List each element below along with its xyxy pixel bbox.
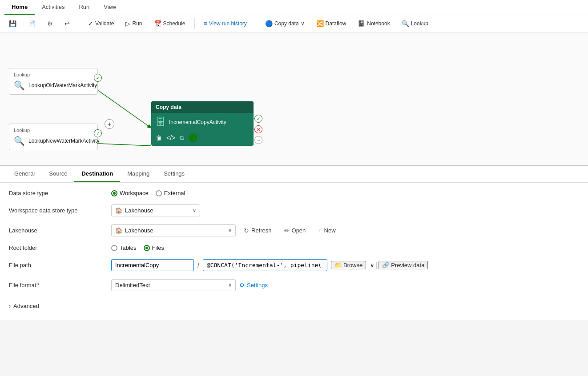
fileformat-label: File format* xyxy=(9,282,107,288)
run-button[interactable]: ▷ Run xyxy=(121,18,146,29)
run-icon: ▷ xyxy=(125,20,130,27)
tables-radio-label: Tables xyxy=(120,244,137,251)
external-radio[interactable]: External xyxy=(156,190,185,196)
browse-chevron[interactable]: ∨ xyxy=(370,262,375,268)
copy-node-error-x: ✕ xyxy=(254,125,262,133)
lookup-icon: 🔍 xyxy=(402,20,409,27)
copy-node-code-icon[interactable]: </> xyxy=(166,134,175,141)
workspacedatastoretype-dropdown[interactable]: 🏠 Lakehouse ∨ xyxy=(111,204,200,216)
undo-icon: ↩ xyxy=(64,20,70,27)
lookup-node-1[interactable]: Lookup 🔍 LookupOldWaterMarkActivity ✓ xyxy=(9,68,98,95)
dataflow-button[interactable]: 🔀 Dataflow xyxy=(312,18,351,29)
copydata-icon: 🔵 xyxy=(265,20,273,27)
lookup-button[interactable]: 🔍 Lookup xyxy=(397,18,433,29)
copy-node-actions: 🗑 </> ⧉ → xyxy=(151,132,254,146)
copydata-chevron: ∨ xyxy=(301,20,305,27)
saveas-icon: 📄 xyxy=(28,20,36,27)
copydata-button[interactable]: 🔵 Copy data ∨ xyxy=(261,18,309,29)
copy-node-copy-icon[interactable]: ⧉ xyxy=(180,134,184,142)
toolbar: 💾 📄 ⚙ ↩ ✓ Validate ▷ Run 📅 Schedule ≡ Vi… xyxy=(0,15,588,32)
copy-node-title: Copy data xyxy=(151,101,254,113)
copy-node-body: 🗄 IncrementalCopyActivity xyxy=(151,113,254,132)
browse-separator xyxy=(368,262,368,269)
saveas-button[interactable]: 📄 xyxy=(24,18,40,29)
open-button[interactable]: ✏ Open xyxy=(280,225,310,236)
pipeline-canvas[interactable]: Lookup 🔍 LookupOldWaterMarkActivity ✓ + … xyxy=(0,32,588,166)
preview-data-button[interactable]: 🔗 Preview data xyxy=(379,261,428,269)
filepath-slash: / xyxy=(197,262,199,269)
copy-node-label: IncrementalCopyActivity xyxy=(169,119,226,125)
schedule-button[interactable]: 📅 Schedule xyxy=(149,18,190,29)
add-activity-button[interactable]: + xyxy=(105,119,114,129)
undo-button[interactable]: ↩ xyxy=(60,18,74,29)
filepath-folder-input[interactable] xyxy=(111,259,194,271)
rootfolder-label: Root folder xyxy=(9,244,107,251)
nav-home[interactable]: Home xyxy=(4,0,35,15)
save-button[interactable]: 💾 xyxy=(4,18,21,29)
copy-node-go-icon[interactable]: → xyxy=(189,133,197,142)
nav-run[interactable]: Run xyxy=(72,0,97,15)
fileformat-content: DelimitedText ∨ ⚙ Settings xyxy=(111,279,579,291)
files-radio[interactable]: Files xyxy=(144,244,164,251)
schedule-icon: 📅 xyxy=(154,20,161,27)
refresh-button[interactable]: ↻ Refresh xyxy=(239,225,276,236)
lookup-node-2-label: LookupNewWaterMarkActivity xyxy=(28,138,100,144)
tables-radio[interactable]: Tables xyxy=(111,244,137,251)
browse-button[interactable]: 📁 Browse xyxy=(331,261,366,269)
external-radio-label: External xyxy=(164,190,185,196)
fileformat-required: * xyxy=(37,282,39,288)
lakehouse-content: 🏠 Lakehouse ∨ ↻ Refresh ✏ Open + New xyxy=(111,224,579,236)
fileformat-settings-button[interactable]: ⚙ Settings xyxy=(239,282,268,288)
external-radio-circle xyxy=(156,190,162,196)
tab-source[interactable]: Source xyxy=(42,166,74,182)
filepath-label: File path xyxy=(9,262,107,268)
svg-line-1 xyxy=(98,144,151,146)
separator-1 xyxy=(79,18,79,29)
lookup-node-2[interactable]: Lookup 🔍 LookupNewWaterMarkActivity ✓ xyxy=(9,124,98,150)
nav-activities[interactable]: Activities xyxy=(35,0,72,15)
browse-icon: 📁 xyxy=(334,262,342,268)
settings-button[interactable]: ⚙ xyxy=(43,18,57,29)
fileformat-dropdown[interactable]: DelimitedText ∨ xyxy=(111,279,236,291)
tab-mapping[interactable]: Mapping xyxy=(120,166,157,182)
tab-settings[interactable]: Settings xyxy=(157,166,192,182)
workspace-radio-label: Workspace xyxy=(120,190,149,196)
lakehouse-value: Lakehouse xyxy=(125,227,226,234)
workspace-radio[interactable]: Workspace xyxy=(111,190,149,196)
lakehouse-icon-ws: 🏠 xyxy=(115,207,122,214)
preview-icon: 🔗 xyxy=(382,262,389,268)
datastoretype-radio-group: Workspace External xyxy=(111,190,185,196)
panel-tabs: General Source Destination Mapping Setti… xyxy=(0,166,588,183)
copy-node-delete-icon[interactable]: 🗑 xyxy=(156,134,162,141)
lookup-node-2-title: Lookup xyxy=(14,128,93,133)
fileformat-row: File format* DelimitedText ∨ ⚙ Settings xyxy=(9,279,579,291)
copy-node[interactable]: Copy data 🗄 IncrementalCopyActivity 🗑 </… xyxy=(151,101,254,146)
dataflow-icon: 🔀 xyxy=(316,20,324,27)
open-icon: ✏ xyxy=(284,227,290,234)
copy-node-arrow: → xyxy=(254,136,262,144)
advanced-row[interactable]: › Advanced xyxy=(9,299,579,313)
rootfolder-content: Tables Files xyxy=(111,244,579,251)
workspacedatastoretype-value: Lakehouse xyxy=(125,207,190,214)
rootfolder-row: Root folder Tables Files xyxy=(9,244,579,251)
filepath-expression-input[interactable] xyxy=(203,259,327,271)
advanced-chevron: › xyxy=(9,303,11,309)
viewrunhistory-button[interactable]: ≡ View run history xyxy=(199,18,251,29)
lakehouse-arrow: ∨ xyxy=(228,228,232,233)
tab-destination[interactable]: Destination xyxy=(74,166,120,182)
copy-node-success-check: ✓ xyxy=(254,115,262,123)
browse-separator-2 xyxy=(376,262,377,269)
validate-button[interactable]: ✓ Validate xyxy=(84,18,118,29)
nav-view[interactable]: View xyxy=(97,0,123,15)
separator-2 xyxy=(194,18,195,29)
lookup-node-1-label: LookupOldWaterMarkActivity xyxy=(28,82,97,88)
fileformat-settings-icon: ⚙ xyxy=(239,282,245,288)
plus-icon: + xyxy=(318,227,322,234)
lakehouse-dropdown[interactable]: 🏠 Lakehouse ∨ xyxy=(111,224,236,236)
copy-node-icon: 🗄 xyxy=(156,116,165,128)
properties-panel: Data store type Workspace External Works… xyxy=(0,183,588,320)
new-button[interactable]: + New xyxy=(314,225,340,236)
tables-radio-circle xyxy=(111,245,117,251)
tab-general[interactable]: General xyxy=(7,166,42,182)
notebook-button[interactable]: 📓 Notebook xyxy=(353,18,394,29)
